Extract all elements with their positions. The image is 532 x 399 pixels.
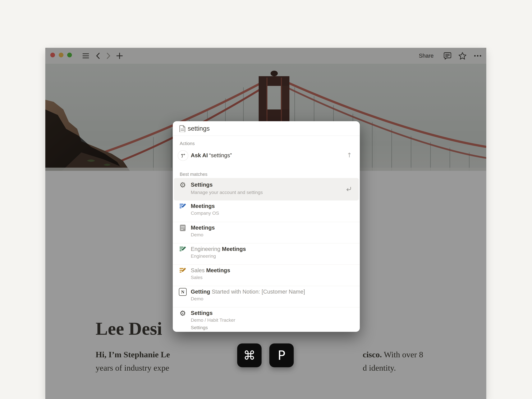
meeting-notes-orange-icon xyxy=(179,267,187,274)
search-input-row xyxy=(173,121,360,136)
ask-ai-row[interactable]: Ask AI “settings” ↑ xyxy=(173,148,360,162)
search-result-getting-started[interactable]: N Getting Started with Notion: [Customer… xyxy=(173,286,360,307)
document-icon xyxy=(179,224,187,232)
result-subtitle: Company OS xyxy=(191,210,219,216)
enter-key-icon xyxy=(346,187,351,192)
page-icon xyxy=(179,125,185,132)
result-subtitle: Manage your account and settings xyxy=(191,190,263,195)
meeting-notes-blue-icon xyxy=(179,203,187,210)
meeting-notes-green-icon xyxy=(179,245,187,253)
command-keycap: ⌘ xyxy=(237,343,262,367)
gear-icon: ⚙ xyxy=(179,181,187,189)
search-result-engineering-meetings[interactable]: Engineering Meetings Engineering xyxy=(173,243,360,265)
ask-ai-label: Ask AI xyxy=(191,152,208,158)
result-title: Sales Meetings xyxy=(191,267,230,273)
result-title: Meetings xyxy=(191,203,215,209)
search-dialog: Actions Ask AI “settings” ↑ Best matches… xyxy=(173,121,360,332)
result-title: Meetings xyxy=(191,225,215,231)
gear-icon: ⚙ xyxy=(179,309,187,317)
search-result-meetings-companyos[interactable]: Meetings Company OS xyxy=(173,201,360,222)
result-subtitle-2: Settings xyxy=(191,325,208,330)
notion-logo-icon: N xyxy=(179,288,187,296)
result-subtitle: Demo xyxy=(191,296,203,301)
result-title: Settings xyxy=(191,310,213,316)
result-title: Getting Started with Notion: [Customer N… xyxy=(191,289,305,295)
search-result-settings-habit-tracker[interactable]: ⚙ Settings Demo / Habit Tracker Settings xyxy=(173,307,360,332)
notion-ai-face-icon xyxy=(178,150,188,161)
result-title: Engineering Meetings xyxy=(191,246,246,252)
search-result-sales-meetings[interactable]: Sales Meetings Sales xyxy=(173,265,360,286)
result-subtitle: Demo / Habit Tracker xyxy=(191,317,235,323)
section-label-best-matches: Best matches xyxy=(180,172,207,177)
result-subtitle: Sales xyxy=(191,275,203,280)
search-result-settings[interactable]: ⚙ Settings Manage your account and setti… xyxy=(174,178,359,201)
ask-ai-query: “settings” xyxy=(209,152,232,158)
submit-arrow-icon: ↑ xyxy=(347,152,352,159)
result-title: Settings xyxy=(191,182,213,188)
screen: Share xyxy=(0,0,532,399)
search-input[interactable] xyxy=(187,121,347,136)
p-keycap: P xyxy=(269,343,294,367)
result-subtitle: Demo xyxy=(191,232,203,237)
section-label-actions: Actions xyxy=(180,141,195,146)
search-result-meetings-demo[interactable]: Meetings Demo xyxy=(173,222,360,243)
result-subtitle: Engineering xyxy=(191,253,216,259)
